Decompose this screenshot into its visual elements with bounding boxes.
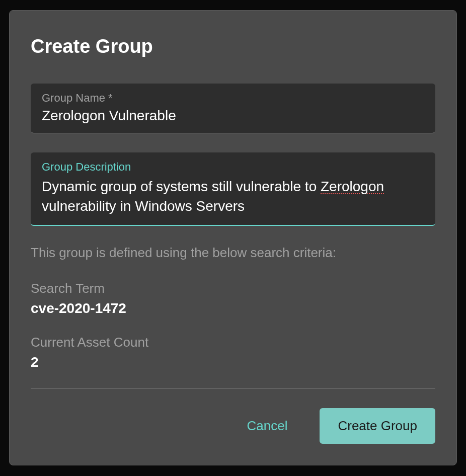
search-term-value: cve-2020-1472	[31, 300, 435, 316]
modal-title: Create Group	[31, 36, 435, 57]
cancel-button[interactable]: Cancel	[239, 412, 296, 440]
button-row: Cancel Create Group	[31, 408, 435, 444]
group-description-field-container[interactable]: Group Description Dynamic group of syste…	[31, 152, 435, 226]
spellcheck-underline: Zerologon	[321, 179, 384, 194]
asset-count-value: 2	[31, 354, 435, 370]
search-term-label: Search Term	[31, 281, 435, 296]
group-name-input[interactable]	[42, 108, 424, 124]
asset-count-label: Current Asset Count	[31, 335, 435, 350]
group-name-field-container[interactable]: Group Name *	[31, 84, 435, 133]
group-description-label: Group Description	[42, 161, 424, 174]
group-name-label: Group Name *	[42, 92, 424, 105]
group-description-input[interactable]: Dynamic group of systems still vulnerabl…	[42, 177, 424, 216]
criteria-description: This group is defined using the below se…	[31, 245, 435, 261]
divider	[31, 388, 435, 389]
create-group-modal: Create Group Group Name * Group Descript…	[9, 10, 457, 465]
search-term-section: Search Term cve-2020-1472	[31, 281, 435, 316]
create-group-button[interactable]: Create Group	[320, 408, 435, 444]
asset-count-section: Current Asset Count 2	[31, 335, 435, 370]
